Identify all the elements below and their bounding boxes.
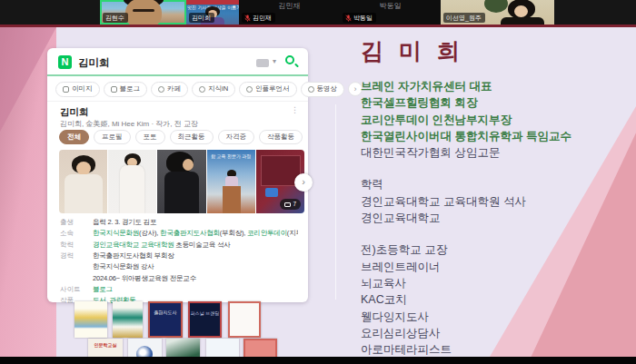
info-row-career: 경력 한국출판지도사협회 부회장: [60, 251, 298, 261]
divider: [47, 101, 308, 102]
role-line: 전)초등학교 교장: [361, 241, 633, 258]
participant-tile-parkdongil[interactable]: 박동일 박동일: [340, 0, 441, 25]
book-cover[interactable]: 퍼스널 브랜딩: [188, 301, 222, 338]
book-cover[interactable]: 출판지도사: [148, 301, 183, 338]
participant-name-tag: 박동일: [343, 13, 376, 23]
filter-influencer[interactable]: 인플루언서: [239, 82, 297, 97]
affiliation-link[interactable]: 코리안투데이: [247, 229, 287, 237]
role-line: KAC코치: [361, 291, 633, 308]
credential-line: 코리안투데이 인천남부지부장: [361, 112, 633, 128]
profile-menu-icon[interactable]: ⋮: [291, 105, 299, 114]
affiliation-link[interactable]: 한국지식문화원: [93, 229, 139, 237]
participant-name-tag: 이선영_원주: [443, 13, 485, 23]
participant-tile-kimhyunsu[interactable]: 김현수: [100, 0, 186, 25]
tab-recent[interactable]: 최근활동: [170, 130, 214, 144]
image-icon: [63, 86, 69, 93]
profile-tabs: 전체 프로필 포토 최근활동 자격증 작품활동: [59, 130, 303, 144]
slide-credentials: 브레인 자가치유센터 대표 한국셀프힐링협회 회장 코리안투데이 인천남부지부장…: [361, 78, 633, 357]
profile-photo-3[interactable]: [157, 150, 205, 213]
profile-subtitle: 김미희, 金美姫, Mi Hee Kim · 작가, 전 교장: [60, 119, 198, 129]
info-row-career-2: 한국지식문화원 강사: [60, 261, 298, 272]
chevron-down-icon[interactable]: ▾: [273, 57, 276, 65]
slide-divider-line: [335, 104, 336, 300]
role-line: 아로마테라피스트: [361, 341, 633, 357]
education-line: 경인교육대학교 교육대학원 석사: [361, 193, 633, 210]
info-row-site: 사이트 블로그: [60, 284, 298, 295]
naver-search-panel: N 김미희 ▾ 이미지 블로그 카페 지식iN 인플루언서 동영상 › ⋯ 김미…: [47, 48, 308, 302]
credential-line: 한국열린사이버대 통합치유학과 특임교수: [361, 128, 633, 144]
keyboard-icon[interactable]: [256, 59, 269, 67]
role-line: 웰다잉지도사: [361, 309, 633, 325]
blog-link[interactable]: 블로그: [93, 285, 113, 293]
tab-works[interactable]: 작품활동: [259, 130, 303, 144]
profile-info-list: 출생 음력 2. 3. 경기도 김포 소속 한국지식문화원(강사), 한국출판지…: [60, 217, 298, 306]
video-strip: 김현수 멋진 기사로 세상을 이롭게 해주세요! 김미희 김민재 김민재 박동일…: [0, 0, 636, 25]
muted-mic-icon: [244, 15, 251, 22]
participant-tile-kimmihee[interactable]: 멋진 기사로 세상을 이롭게 해주세요! 김미희: [186, 0, 239, 25]
tab-photo[interactable]: 포토: [135, 130, 165, 144]
kin-icon: [199, 86, 205, 93]
presentation-slide: N 김미희 ▾ 이미지 블로그 카페 지식iN 인플루언서 동영상 › ⋯ 김미…: [0, 27, 636, 357]
credential-line: 대한민국작가협회 상임고문: [361, 144, 633, 161]
participant-tile-leesunyoung[interactable]: 이선영_원주: [441, 0, 554, 25]
book-cover[interactable]: [113, 301, 143, 338]
plant-decor: [484, 0, 508, 13]
search-underline: [47, 74, 308, 76]
info-row-education: 학력 경인교육대학교 교육대학원 초등미술교육 석사: [60, 240, 298, 251]
profile-photo-2[interactable]: [108, 150, 156, 213]
credential-line: 브레인 자가치유센터 대표: [361, 78, 633, 94]
cafe-icon: [158, 86, 164, 93]
participant-tile-kimminjae[interactable]: 김민재 김민재: [239, 0, 340, 25]
profile-photo-4[interactable]: 합 교육 전문가 과정: [207, 150, 255, 213]
photos-next-button[interactable]: ›: [294, 173, 313, 192]
participant-name-tag: 김현수: [103, 13, 128, 23]
book-cover[interactable]: [206, 339, 239, 357]
credential-line: 한국셀프힐링협회 회장: [361, 94, 633, 111]
filter-cafe[interactable]: 카페: [151, 82, 188, 97]
filter-images[interactable]: 이미지: [55, 82, 100, 97]
participant-center-name: 김민재: [239, 1, 340, 11]
muted-mic-icon: [345, 15, 352, 22]
role-line: 요리심리상담사: [361, 325, 633, 341]
filter-video[interactable]: 동영상: [301, 82, 345, 97]
shared-screen: 김현수 멋진 기사로 세상을 이롭게 해주세요! 김미희 김민재 김민재 박동일…: [0, 0, 636, 364]
bottom-black-bar: [0, 357, 636, 364]
book-cover[interactable]: [128, 339, 162, 357]
participant-name-tag: 김미희: [189, 13, 214, 23]
info-row-career-3: 2024.06~ 위아평생교육원 전문교수: [60, 272, 298, 283]
info-row-affiliation: 소속 한국지식문화원(강사), 한국출판지도사협회(부회장), 코리안투데이(지…: [60, 228, 298, 239]
education-line: 경인교육대학교: [361, 210, 633, 226]
naver-logo[interactable]: N: [58, 55, 72, 69]
profile-name[interactable]: 김미희: [60, 106, 89, 119]
book-cover[interactable]: [75, 301, 107, 338]
role-line: 브레인트레이너: [361, 259, 633, 275]
blog-icon: [111, 86, 117, 93]
search-bar: N 김미희 ▾: [47, 48, 308, 75]
profile-photo-strip: 합 교육 전문가 과정 7: [59, 150, 304, 213]
tab-profile[interactable]: 프로필: [94, 130, 131, 144]
influencer-icon: [246, 86, 253, 93]
profile-photo-1[interactable]: [59, 150, 107, 213]
camera-icon: [284, 202, 291, 207]
video-icon: [308, 86, 314, 93]
book-cover[interactable]: [166, 339, 200, 357]
book-cover[interactable]: [228, 301, 261, 338]
education-heading: 학력: [361, 176, 633, 192]
affiliation-link[interactable]: 한국출판지도사협회: [160, 229, 220, 237]
tab-all[interactable]: 전체: [59, 130, 89, 144]
tab-license[interactable]: 자격증: [218, 130, 255, 144]
search-icon[interactable]: [285, 55, 294, 64]
book-cover[interactable]: 인문학교실: [88, 339, 123, 357]
school-link[interactable]: 경인교육대학교 교육대학원: [93, 241, 174, 249]
participant-center-name: 박동일: [340, 1, 441, 11]
photo-count-badge: 7: [280, 199, 301, 210]
book-cover[interactable]: [243, 339, 277, 357]
slide-title: 김 미 희: [361, 36, 464, 66]
role-line: 뇌교육사: [361, 275, 633, 291]
filter-kin[interactable]: 지식iN: [192, 82, 235, 97]
info-row-birth: 출생 음력 2. 3. 경기도 김포: [60, 217, 298, 228]
participant-name-tag: 김민재: [242, 13, 275, 23]
search-input[interactable]: 김미희: [78, 56, 110, 70]
filter-blog[interactable]: 블로그: [104, 82, 148, 97]
search-filter-row: 이미지 블로그 카페 지식iN 인플루언서 동영상 › ⋯: [55, 81, 375, 97]
